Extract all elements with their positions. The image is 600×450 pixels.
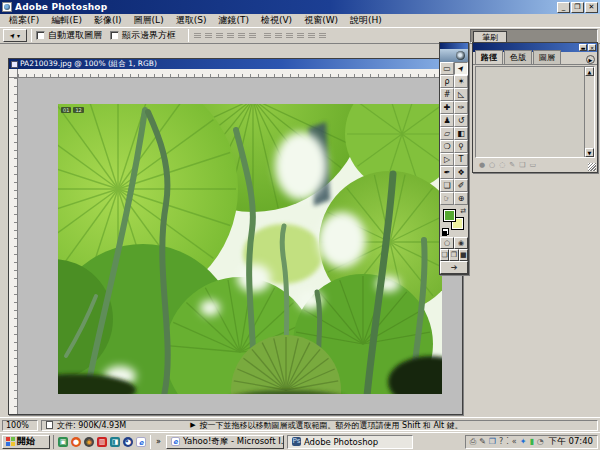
menu-filter[interactable]: 濾鏡(T) <box>212 13 255 28</box>
notes-tool[interactable]: ❏ <box>440 179 454 192</box>
swap-colors-icon[interactable]: ⇄ <box>460 207 466 215</box>
menu-edit[interactable]: 編輯(E) <box>45 13 88 28</box>
healing-brush-tool[interactable]: ✚ <box>440 101 454 114</box>
quicklaunch-icon-3[interactable]: ◉ <box>84 437 94 447</box>
default-colors-icon[interactable] <box>442 228 449 235</box>
hand-tool[interactable]: ☞ <box>440 192 454 205</box>
brush-tool[interactable]: ✑ <box>454 101 468 114</box>
taskbar-item-yahoo[interactable]: e Yahoo!奇摩 - Microsoft I... <box>166 435 284 449</box>
status-dots-icon[interactable]: ⁚ <box>506 437 509 447</box>
menu-help[interactable]: 說明(H) <box>344 13 388 28</box>
messenger-icon[interactable]: ✦ <box>520 437 527 447</box>
new-path-icon[interactable]: ❏ <box>519 161 525 169</box>
tab-layers[interactable]: 圖層 <box>533 50 561 64</box>
scroll-down-icon[interactable]: ▼ <box>585 148 594 157</box>
scroll-up-icon[interactable]: ▲ <box>585 67 594 76</box>
jump-to-imageready-button[interactable]: ➔ <box>440 261 468 274</box>
tray-collapse-icon[interactable]: « <box>512 437 517 447</box>
adobe-online-button[interactable] <box>440 49 468 62</box>
distribute-icon <box>274 31 283 40</box>
palette-content: ▲ ▼ <box>475 66 595 158</box>
windows-logo-icon <box>6 437 15 446</box>
tab-channels[interactable]: 色版 <box>504 50 532 64</box>
start-button[interactable]: 開始 <box>2 435 50 449</box>
lasso-tool[interactable]: ρ <box>440 75 454 88</box>
tool-preset-picker[interactable]: ➤ ▾ <box>3 29 27 42</box>
menu-image[interactable]: 影像(I) <box>88 13 128 28</box>
document-size[interactable]: 文件: 900K/4.93M <box>57 420 126 431</box>
blur-tool[interactable]: ❍ <box>440 140 454 153</box>
palette-tabs: 路徑 色版 圖層 ▶ <box>473 52 597 65</box>
image-canvas[interactable]: 01 12 <box>58 104 442 394</box>
crop-tool[interactable]: # <box>440 88 454 101</box>
palette-scrollbar[interactable]: ▲ ▼ <box>584 67 594 157</box>
checkbox-icon <box>110 31 119 40</box>
palette-close-icon[interactable]: ✕ <box>588 44 596 51</box>
path-selection-tool[interactable]: ▷ <box>440 153 454 166</box>
menu-file[interactable]: 檔案(F) <box>3 13 45 28</box>
display-settings-icon[interactable]: ❐ <box>489 437 496 447</box>
standard-screen-button[interactable]: ❏ <box>440 249 449 261</box>
delete-path-icon[interactable]: ▭ <box>529 161 536 169</box>
minimize-icon[interactable]: _ <box>557 2 570 13</box>
stroke-path-icon[interactable]: ○ <box>489 161 495 169</box>
load-selection-icon[interactable]: ◌ <box>499 161 505 169</box>
sync-icon[interactable]: ◔ <box>537 437 544 447</box>
fullscreen-button[interactable]: ■ <box>459 249 468 261</box>
auto-select-layer-checkbox[interactable]: 自動選取圖層 <box>36 29 102 42</box>
close-icon[interactable]: ✕ <box>585 2 598 13</box>
quicklaunch-icon-4[interactable]: ▥ <box>97 437 107 447</box>
menu-layer[interactable]: 圖層(L) <box>128 13 170 28</box>
make-work-path-icon[interactable]: ✎ <box>509 161 515 169</box>
toolbox-palette: ▭ ➤ ρ ✶ # ◺ ✚ ✑ ♟ ↺ ▱ ◧ ❍ ⚲ ▷ T ✒ ❖ ❏ ✐ <box>439 42 469 275</box>
history-brush-tool[interactable]: ↺ <box>454 114 468 127</box>
foreground-color-swatch[interactable] <box>443 209 456 222</box>
magic-wand-tool[interactable]: ✶ <box>454 75 468 88</box>
quick-mask-mode-button[interactable]: ◉ <box>454 237 468 249</box>
maximize-icon[interactable]: ❐ <box>571 2 584 13</box>
pen-icon[interactable]: ✎ <box>479 437 486 447</box>
fullscreen-menus-button[interactable]: ❐ <box>449 249 458 261</box>
antivirus-icon[interactable]: ▮ <box>529 437 533 447</box>
internet-explorer-icon[interactable]: e <box>136 437 146 447</box>
eraser-tool[interactable]: ▱ <box>440 127 454 140</box>
quicklaunch-icon-1[interactable]: ▣ <box>58 437 68 447</box>
palette-minimize-icon[interactable]: ▬ <box>579 44 587 51</box>
zoom-tool[interactable]: ⊕ <box>454 192 468 205</box>
taskbar-item-photoshop[interactable]: Ps Adobe Photoshop <box>287 435 413 449</box>
menu-window[interactable]: 視窗(W) <box>298 13 344 28</box>
zoom-level-field[interactable]: 100% <box>2 420 38 431</box>
clock[interactable]: 下午 07:40 <box>547 436 593 448</box>
move-tool[interactable]: ➤ <box>454 62 468 75</box>
palette-menu-icon[interactable]: ▶ <box>586 55 595 64</box>
help-icon[interactable]: ? <box>499 437 503 447</box>
distribute-icon <box>307 31 316 40</box>
document-titlebar[interactable]: PA210039.jpg @ 100% (組合 1, RGB) <box>9 59 462 69</box>
quicklaunch-icon-5[interactable]: ◨ <box>110 437 120 447</box>
standard-mode-button[interactable]: ○ <box>440 237 454 249</box>
printer-icon[interactable]: ⎙ <box>470 437 476 447</box>
pen-tool[interactable]: ✒ <box>440 166 454 179</box>
resize-grip[interactable] <box>588 163 596 171</box>
gradient-tool[interactable]: ◧ <box>454 127 468 140</box>
document-title: PA210039.jpg @ 100% (組合 1, RGB) <box>20 59 157 69</box>
dodge-tool[interactable]: ⚲ <box>454 140 468 153</box>
clone-stamp-tool[interactable]: ♟ <box>440 114 454 127</box>
app-titlebar[interactable]: Adobe Photoshop _ ❐ ✕ <box>0 0 600 14</box>
tab-paths[interactable]: 路徑 <box>475 50 503 64</box>
checkbox-icon <box>36 31 45 40</box>
menu-view[interactable]: 檢視(V) <box>255 13 298 28</box>
menu-select[interactable]: 選取(S) <box>170 13 213 28</box>
taskbar: 開始 ▣ ● ◉ ▥ ◨ ◕ e » e Yahoo!奇摩 - Microsof… <box>0 432 600 450</box>
type-tool[interactable]: T <box>454 153 468 166</box>
quicklaunch-icon-2[interactable]: ● <box>71 437 81 447</box>
slice-tool[interactable]: ◺ <box>454 88 468 101</box>
eyedropper-tool[interactable]: ✐ <box>454 179 468 192</box>
fill-path-icon[interactable]: ● <box>479 161 485 169</box>
quicklaunch-icon-6[interactable]: ◕ <box>123 437 133 447</box>
custom-shape-tool[interactable]: ❖ <box>454 166 468 179</box>
quicklaunch-overflow-icon[interactable]: » <box>154 437 163 446</box>
rectangular-marquee-tool[interactable]: ▭ <box>440 62 454 75</box>
align-icon <box>215 31 224 40</box>
show-bounding-box-checkbox[interactable]: 顯示邊界方框 <box>110 29 176 42</box>
